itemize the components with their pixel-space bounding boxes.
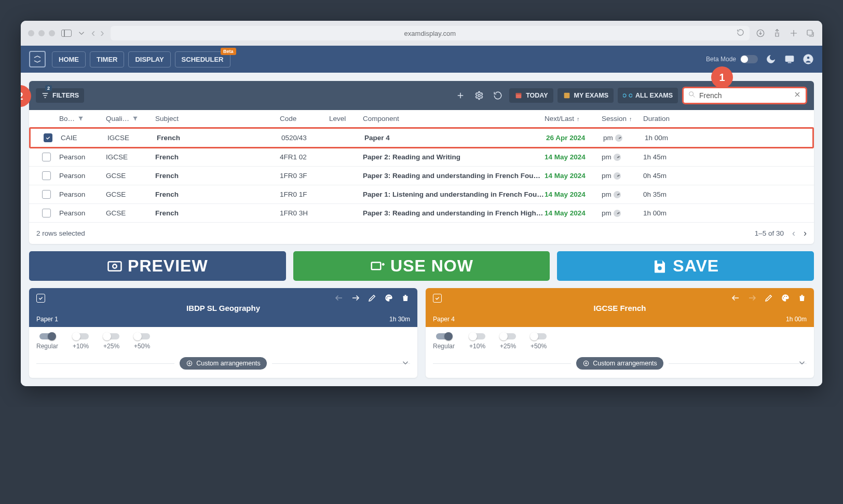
- gear-icon[interactable]: [472, 88, 486, 103]
- col-board[interactable]: Bo…: [59, 115, 106, 122]
- svg-point-19: [689, 92, 694, 96]
- app: HOME TIMER DISPLAY SCHEDULER Beta Beta M…: [21, 46, 822, 386]
- preview-button[interactable]: PREVIEW: [29, 251, 286, 281]
- all-exams-button[interactable]: ALL EXAMS: [618, 88, 678, 103]
- edit-icon[interactable]: [368, 293, 377, 303]
- row-checkbox[interactable]: [42, 171, 51, 180]
- option-10[interactable]: +10%: [469, 333, 485, 350]
- save-label: SAVE: [673, 256, 719, 276]
- nav-timer[interactable]: TIMER: [90, 51, 124, 67]
- option-50[interactable]: +50%: [134, 333, 150, 350]
- custom-arrangements-button[interactable]: Custom arrangements: [576, 357, 663, 370]
- table-row[interactable]: Pearson GCSE French 1FR0 1F Paper 1: Lis…: [29, 185, 814, 204]
- table-row[interactable]: Pearson IGCSE French 4FR1 02 Paper 2: Re…: [29, 148, 814, 167]
- col-component[interactable]: Component: [363, 115, 545, 122]
- row-checkbox[interactable]: [42, 190, 51, 199]
- row-checkbox[interactable]: [42, 209, 51, 217]
- today-label: TODAY: [526, 92, 548, 99]
- arrow-right-icon[interactable]: [351, 293, 360, 303]
- cell-duration: 1h 45m: [643, 153, 685, 161]
- reset-icon[interactable]: [491, 88, 505, 103]
- page-prev-button[interactable]: ‹: [792, 228, 795, 239]
- nav-home[interactable]: HOME: [52, 51, 86, 67]
- toggle-icon: [531, 333, 547, 339]
- nav-back-button[interactable]: ‹: [91, 26, 95, 40]
- trash-icon[interactable]: [401, 293, 410, 303]
- custom-arrangements-button[interactable]: Custom arrangements: [180, 357, 267, 370]
- col-next[interactable]: Next/Last ↑: [545, 115, 602, 122]
- option-50[interactable]: +50%: [531, 333, 547, 350]
- cell-session: pm: [603, 134, 645, 142]
- action-bar: PREVIEW USE NOW SAVE: [29, 251, 814, 281]
- cell-date: 14 May 2024: [545, 190, 602, 198]
- row-checkbox[interactable]: [42, 153, 51, 161]
- cell-board: Pearson: [59, 172, 106, 180]
- expand-icon[interactable]: [401, 358, 410, 370]
- option-10[interactable]: +10%: [73, 333, 89, 350]
- search-box[interactable]: 1: [682, 87, 807, 104]
- nav-scheduler[interactable]: SCHEDULER Beta: [175, 51, 230, 67]
- download-icon[interactable]: [756, 29, 765, 38]
- table-row[interactable]: CAIE IGCSE French 0520/43 Paper 4 26 Apr…: [29, 127, 814, 148]
- trash-icon[interactable]: [797, 293, 807, 303]
- share-icon[interactable]: [772, 29, 782, 38]
- arrow-right-icon[interactable]: [747, 293, 757, 303]
- col-level[interactable]: Level: [329, 115, 363, 122]
- cell-date: 14 May 2024: [545, 172, 602, 180]
- filters-label: FILTERS: [52, 92, 79, 99]
- card-checkbox[interactable]: [36, 294, 45, 303]
- nav-display[interactable]: DISPLAY: [128, 51, 170, 67]
- col-qual[interactable]: Quali…: [106, 115, 155, 122]
- traffic-light-max[interactable]: [49, 30, 55, 36]
- cell-code: 4FR1 02: [280, 153, 329, 161]
- table-row[interactable]: Pearson GCSE French 1FR0 3H Paper 3: Rea…: [29, 204, 814, 223]
- sidebar-toggle-icon[interactable]: [61, 30, 72, 37]
- arrow-left-icon[interactable]: [731, 293, 740, 303]
- card-body: Regular+10%+25%+50% Custom arrangements: [29, 327, 417, 378]
- edit-icon[interactable]: [764, 293, 773, 303]
- tabs-icon[interactable]: [806, 29, 815, 38]
- col-session[interactable]: Session ↑: [602, 115, 643, 122]
- cell-date: 14 May 2024: [545, 153, 602, 161]
- search-input[interactable]: [699, 91, 790, 100]
- filters-button[interactable]: FILTERS 2: [36, 88, 84, 103]
- arrow-left-icon[interactable]: [334, 293, 344, 303]
- add-icon[interactable]: [453, 88, 468, 103]
- traffic-light-min[interactable]: [38, 30, 45, 36]
- chevron-down-icon[interactable]: [77, 29, 86, 38]
- content-area: 2 FILTERS 2 TODAY: [21, 73, 822, 386]
- option-regular[interactable]: Regular: [36, 333, 58, 350]
- use-now-button[interactable]: USE NOW: [293, 251, 550, 281]
- app-logo[interactable]: [29, 51, 46, 67]
- display-icon[interactable]: [784, 53, 795, 65]
- option-regular[interactable]: Regular: [433, 333, 455, 350]
- col-subject[interactable]: Subject: [155, 115, 280, 122]
- expand-icon[interactable]: [797, 358, 807, 370]
- option-25[interactable]: +25%: [103, 333, 119, 350]
- page-next-button[interactable]: ›: [804, 228, 807, 239]
- card-checkbox[interactable]: [433, 294, 442, 303]
- my-exams-button[interactable]: MY EXAMS: [558, 88, 614, 103]
- palette-icon[interactable]: [781, 293, 790, 303]
- nav-forward-button[interactable]: ›: [100, 26, 104, 40]
- queue-icon: [370, 258, 385, 274]
- save-button[interactable]: SAVE: [557, 251, 814, 281]
- clear-search-icon[interactable]: [793, 90, 801, 101]
- account-icon[interactable]: [803, 53, 814, 65]
- address-bar[interactable]: examdisplay.com: [111, 26, 750, 40]
- refresh-icon[interactable]: [737, 29, 744, 38]
- my-exams-label: MY EXAMS: [574, 92, 608, 99]
- row-checkbox[interactable]: [44, 133, 52, 142]
- browser-window: ‹ › examdisplay.com HOME TIMER DISPLAY: [21, 21, 822, 386]
- traffic-light-close[interactable]: [28, 30, 34, 36]
- dark-mode-icon[interactable]: [765, 53, 777, 65]
- filter-icon: [77, 115, 84, 122]
- plus-icon[interactable]: [789, 29, 798, 38]
- beta-mode-toggle[interactable]: Beta Mode: [706, 55, 758, 63]
- col-code[interactable]: Code: [280, 115, 329, 122]
- palette-icon[interactable]: [384, 293, 393, 303]
- col-duration[interactable]: Duration: [643, 115, 685, 122]
- option-25[interactable]: +25%: [500, 333, 516, 350]
- table-row[interactable]: Pearson GCSE French 1FR0 3F Paper 3: Rea…: [29, 167, 814, 185]
- today-button[interactable]: TODAY: [509, 88, 553, 103]
